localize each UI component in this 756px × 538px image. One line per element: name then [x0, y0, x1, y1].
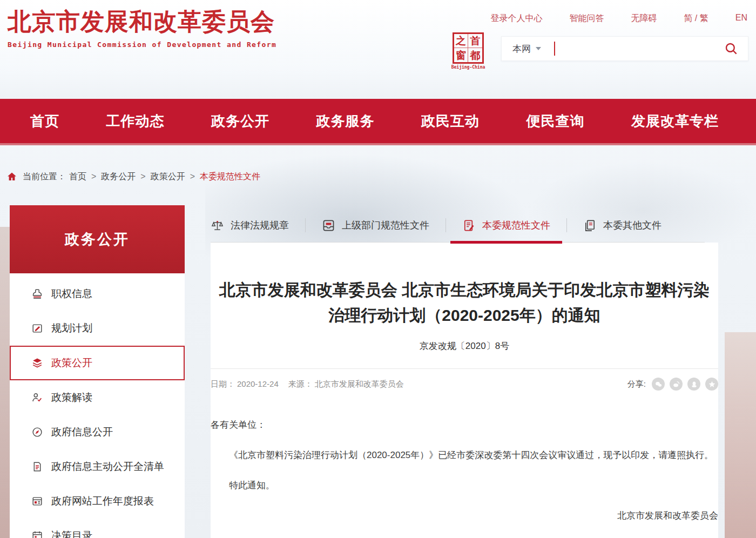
- sidebar-item[interactable]: 政策解读: [10, 380, 185, 415]
- breadcrumb-separator: >: [190, 172, 195, 181]
- date-label: 日期：: [211, 379, 235, 388]
- article-salutation: 各有关单位：: [211, 414, 718, 436]
- page: 北京市发展和改革委员会 Beijing Municipal Commission…: [0, 0, 756, 538]
- home-icon: [6, 171, 17, 182]
- nav-item[interactable]: 政务公开: [211, 112, 269, 131]
- article-paragraph: 特此通知。: [211, 475, 718, 496]
- site-title: 北京市发展和改革委员会: [8, 8, 276, 36]
- tab-label: 本委规范性文件: [482, 219, 550, 232]
- tab-divider: [305, 218, 306, 232]
- article-body: 各有关单位： 《北京市塑料污染治理行动计划（2020-2025年）》已经市委深改…: [211, 414, 718, 527]
- tab[interactable]: 本委其他文件: [583, 219, 662, 232]
- article-meta: 日期：2020-12-24来源：北京市发展和改革委员会 分享:: [211, 368, 718, 391]
- qq-glyph: [690, 380, 698, 388]
- search-input[interactable]: [559, 37, 724, 60]
- calendar-icon: [31, 530, 43, 538]
- sidebar-item-label: 政府信息公开: [51, 425, 113, 439]
- sidebar-item[interactable]: 职权信息: [10, 277, 185, 311]
- sidebar-item-label: 规划计划: [51, 321, 92, 335]
- nav-item[interactable]: 政务服务: [316, 112, 375, 131]
- docpen-icon: [462, 219, 476, 232]
- top-link[interactable]: 简 / 繁: [684, 13, 708, 24]
- breadcrumb-separator: >: [140, 172, 145, 181]
- weibo-glyph: [672, 380, 680, 388]
- sidebar-item-label: 政策公开: [51, 356, 92, 370]
- utility-links: 登录个人中心智能问答无障碍简 / 繁EN: [490, 13, 747, 24]
- top-link[interactable]: 智能问答: [569, 13, 604, 24]
- breadcrumb-separator: >: [91, 172, 96, 181]
- content-area: 法律法规规章上级部门规范性文件本委规范性文件本委其他文件 北京市发展和改革委员会…: [211, 205, 756, 538]
- sidebar-item[interactable]: 决策目录: [10, 519, 185, 538]
- doclist-icon: [31, 461, 43, 473]
- seal-char: 首: [468, 34, 482, 48]
- search-scope-dropdown[interactable]: 本网: [502, 43, 549, 55]
- article-title: 北京市发展和改革委员会 北京市生态环境局关于印发北京市塑料污染治理行动计划（20…: [216, 278, 713, 328]
- sidebar-item-label: 政府信息主动公开全清单: [51, 460, 164, 474]
- breadcrumb-link[interactable]: 政策公开: [151, 172, 185, 181]
- tab-label: 法律法规规章: [231, 219, 289, 232]
- person-icon: [31, 392, 43, 404]
- scale-icon: [211, 219, 224, 232]
- article-paragraph: 《北京市塑料污染治理行动计划（2020-2025年）》已经市委深改委第十四次会议…: [211, 445, 718, 466]
- seal-caption: Beijing-China: [451, 65, 485, 70]
- nav-item[interactable]: 政民互动: [421, 112, 480, 131]
- seal-char: 都: [468, 48, 482, 62]
- nav-item[interactable]: 发展改革专栏: [631, 112, 719, 131]
- text-caret: [554, 42, 555, 56]
- search-scope-label: 本网: [512, 43, 531, 55]
- sidebar: 政务公开 职权信息规划计划政策公开政策解读政府信息公开政府信息主动公开全清单政府…: [10, 205, 185, 538]
- top-link[interactable]: 无障碍: [631, 13, 657, 24]
- breadcrumb: 当前位置： 首页>政务公开>政策公开>本委规范性文件: [6, 170, 756, 184]
- site-header: 北京市发展和改革委员会 Beijing Municipal Commission…: [0, 0, 756, 99]
- sidebar-menu: 职权信息规划计划政策公开政策解读政府信息公开政府信息主动公开全清单政府网站工作年…: [10, 277, 185, 538]
- breadcrumb-label: 当前位置：: [23, 171, 66, 183]
- seal-grid: 之 首 窗 都: [453, 32, 484, 64]
- capital-window-seal[interactable]: 之 首 窗 都 Beijing-China: [451, 32, 485, 70]
- article-panel: 北京市发展和改革委员会 北京市生态环境局关于印发北京市塑料污染治理行动计划（20…: [211, 243, 718, 538]
- site-search: 本网: [501, 36, 748, 61]
- layers-icon: [31, 357, 43, 369]
- search-icon[interactable]: [724, 42, 738, 56]
- qzone-glyph: [708, 380, 716, 388]
- sidebar-item[interactable]: 规划计划: [10, 311, 185, 346]
- nav-item[interactable]: 便民查询: [526, 112, 585, 131]
- sidebar-item[interactable]: 政府信息公开: [10, 415, 185, 449]
- document-tabs: 法律法规规章上级部门规范性文件本委规范性文件本委其他文件: [211, 218, 705, 243]
- sidebar-item[interactable]: 政策公开: [10, 346, 185, 380]
- weibo-icon[interactable]: [670, 378, 683, 391]
- qq-icon[interactable]: [687, 378, 700, 391]
- wechat-icon[interactable]: [652, 378, 665, 391]
- article-meta-left: 日期：2020-12-24来源：北京市发展和改革委员会: [211, 379, 406, 389]
- sidebar-item-label: 政府网站工作年度报表: [51, 494, 154, 508]
- tab-divider: [566, 218, 567, 232]
- site-logo[interactable]: 北京市发展和改革委员会 Beijing Municipal Commission…: [8, 8, 276, 49]
- breadcrumb-link[interactable]: 政务公开: [101, 172, 136, 181]
- nav-item[interactable]: 首页: [30, 112, 59, 131]
- tab[interactable]: 上级部门规范性文件: [322, 219, 429, 232]
- sidebar-title: 政务公开: [10, 205, 185, 273]
- share-icons: [652, 378, 718, 391]
- share-label: 分享:: [627, 379, 646, 389]
- tab-divider: [446, 218, 446, 232]
- sidebar-item-label: 政策解读: [51, 391, 92, 405]
- sidebar-item[interactable]: 政府网站工作年度报表: [10, 484, 185, 519]
- article-signature: 北京市发展和改革委员会: [211, 505, 718, 527]
- nav-item[interactable]: 工作动态: [106, 112, 165, 131]
- tab[interactable]: 法律法规规章: [211, 219, 289, 232]
- primary-nav: 首页工作动态政务公开政务服务政民互动便民查询发展改革专栏: [0, 99, 756, 145]
- sidebar-item-label: 职权信息: [51, 287, 92, 301]
- stamp-icon: [31, 288, 43, 300]
- source-label: 来源：: [288, 379, 313, 388]
- report-icon: [31, 495, 43, 507]
- breadcrumb-current: 本委规范性文件: [200, 172, 260, 181]
- breadcrumb-link[interactable]: 首页: [69, 172, 86, 181]
- tab-label: 上级部门规范性文件: [342, 219, 429, 232]
- sidebar-item[interactable]: 政府信息主动公开全清单: [10, 449, 185, 484]
- tab[interactable]: 本委规范性文件: [462, 219, 550, 232]
- qzone-icon[interactable]: [705, 378, 718, 391]
- wechat-glyph: [654, 380, 663, 388]
- top-link[interactable]: 登录个人中心: [490, 13, 542, 24]
- top-link[interactable]: EN: [735, 13, 747, 24]
- breadcrumb-items: 首页>政务公开>政策公开>本委规范性文件: [69, 171, 260, 183]
- tab-label: 本委其他文件: [603, 219, 662, 232]
